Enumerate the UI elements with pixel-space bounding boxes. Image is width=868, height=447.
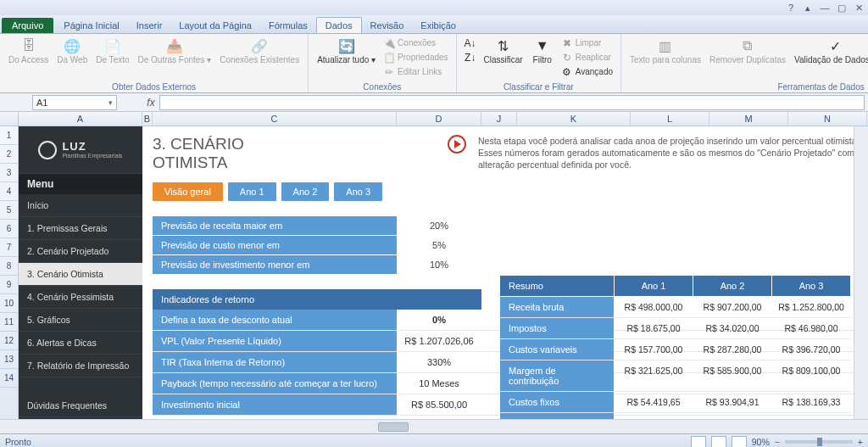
- view-normal-button[interactable]: [691, 436, 706, 447]
- tab-formulas[interactable]: Fórmulas: [260, 18, 316, 33]
- forecast-value[interactable]: 20%: [397, 216, 481, 235]
- row-header[interactable]: 2: [0, 145, 18, 164]
- minimize-icon[interactable]: —: [819, 2, 831, 14]
- name-box[interactable]: A1▾: [32, 95, 117, 110]
- reapply-button[interactable]: ↻Reaplicar: [559, 50, 615, 64]
- tab-data[interactable]: Dados: [316, 17, 362, 33]
- row-header[interactable]: 7: [0, 238, 18, 257]
- row-header[interactable]: 11: [0, 313, 18, 332]
- sidebar-item[interactable]: 3. Cenário Otimista: [19, 263, 142, 286]
- row-header[interactable]: 9: [0, 276, 18, 294]
- col-header[interactable]: D: [397, 112, 481, 126]
- row-header[interactable]: 10: [0, 294, 18, 313]
- indicator-value[interactable]: 330%: [397, 352, 481, 372]
- link-icon: 🔗: [251, 37, 268, 54]
- view-tab[interactable]: Ano 2: [281, 182, 330, 201]
- indicator-value[interactable]: R$ 1.207.026,06: [397, 331, 481, 351]
- row-header[interactable]: 1: [0, 126, 18, 145]
- tab-file[interactable]: Arquivo: [2, 18, 53, 33]
- row-header[interactable]: 13: [0, 350, 18, 369]
- sidebar-item[interactable]: 5. Gráficos: [19, 309, 142, 332]
- refresh-all-button[interactable]: 🔄Atualizar tudo ▾: [314, 36, 379, 66]
- sort-asc-button[interactable]: A↓: [462, 36, 479, 50]
- sort-button[interactable]: ⇅Classificar: [481, 36, 526, 66]
- indicator-value[interactable]: R$ 85.500,00: [397, 394, 481, 415]
- from-other-button[interactable]: 📥De Outras Fontes ▾: [135, 36, 215, 66]
- fx-button[interactable]: fx: [142, 97, 159, 109]
- from-text-button[interactable]: 📄De Texto: [92, 36, 132, 66]
- filter-button[interactable]: ▼Filtro: [528, 36, 557, 66]
- formula-input[interactable]: [159, 95, 865, 110]
- view-tab[interactable]: Ano 3: [334, 182, 382, 201]
- minimize-ribbon-icon[interactable]: ▴: [802, 2, 814, 14]
- vertical-scrollbar[interactable]: [854, 126, 868, 419]
- col-header[interactable]: B: [142, 112, 153, 126]
- play-icon[interactable]: [448, 135, 466, 154]
- data-validation-button[interactable]: ✓Validação de Dados ▾: [791, 36, 868, 66]
- sort-desc-button[interactable]: Z↓: [462, 50, 479, 64]
- horizontal-scrollbar[interactable]: [0, 419, 868, 433]
- chevron-down-icon[interactable]: ▾: [108, 98, 113, 107]
- row-header[interactable]: 14: [0, 369, 18, 388]
- view-tab[interactable]: Visão geral: [153, 182, 223, 201]
- status-ready: Pronto: [5, 437, 31, 447]
- duplicates-icon: ⧉: [739, 37, 756, 54]
- zoom-in-button[interactable]: +: [858, 437, 863, 447]
- sidebar-footer-item[interactable]: Sugestões para Você: [19, 417, 142, 419]
- sidebar-item[interactable]: 6. Alertas e Dicas: [19, 332, 142, 355]
- sheet-content[interactable]: LUZPlanilhas Empresariais Menu Início1. …: [19, 126, 868, 419]
- tab-review[interactable]: Revisão: [362, 18, 413, 33]
- row-header[interactable]: 5: [0, 201, 18, 220]
- page-description: Nesta etapa você poderá analisar cada an…: [478, 135, 868, 170]
- col-header[interactable]: L: [631, 112, 709, 126]
- existing-conn-button[interactable]: 🔗Conexões Existentes: [216, 36, 303, 66]
- tab-view[interactable]: Exibição: [412, 18, 465, 33]
- view-break-button[interactable]: [732, 436, 747, 447]
- view-layout-button[interactable]: [711, 436, 726, 447]
- from-access-button[interactable]: 🗄Do Access: [5, 36, 52, 66]
- summary-table: Resumo Ano 1 Ano 2 Ano 3 Receita brutaR$…: [500, 276, 850, 419]
- edit-links-button[interactable]: ✏Editar Links: [381, 64, 450, 79]
- connections-button[interactable]: 🔌Conexões: [381, 36, 450, 50]
- sidebar-item[interactable]: Início: [19, 194, 142, 217]
- database-icon: 🗄: [20, 37, 37, 54]
- sidebar-footer-item[interactable]: Dúvidas Frequentes: [19, 394, 142, 417]
- window-titlebar: ? ▴ — ▢ ✕: [0, 0, 868, 15]
- tab-layout[interactable]: Layout da Página: [170, 18, 260, 33]
- tab-insert[interactable]: Inserir: [128, 18, 171, 33]
- tab-home[interactable]: Página Inicial: [55, 18, 127, 33]
- zoom-out-button[interactable]: −: [775, 437, 780, 447]
- row-header[interactable]: 12: [0, 332, 18, 350]
- remove-duplicates-button[interactable]: ⧉Remover Duplicatas: [706, 36, 789, 66]
- row-header[interactable]: 3: [0, 164, 18, 182]
- sidebar-item[interactable]: 7. Relatório de Impressão: [19, 355, 142, 377]
- zoom-slider[interactable]: [785, 440, 853, 444]
- from-web-button[interactable]: 🌐Da Web: [53, 36, 91, 66]
- row-header[interactable]: 6: [0, 220, 18, 238]
- sidebar-item[interactable]: 1. Premissas Gerais: [19, 217, 142, 240]
- row-header[interactable]: 4: [0, 182, 18, 201]
- help-icon[interactable]: ?: [785, 2, 797, 14]
- clear-filter-button[interactable]: ✖Limpar: [559, 36, 615, 50]
- col-header[interactable]: A: [19, 112, 142, 126]
- view-tab[interactable]: Ano 1: [228, 182, 276, 201]
- sidebar-item[interactable]: 2. Cenário Projetado: [19, 240, 142, 263]
- col-header[interactable]: N: [788, 112, 867, 126]
- indicator-value[interactable]: 0%: [397, 310, 481, 330]
- forecast-value[interactable]: 5%: [397, 236, 481, 254]
- text-to-columns-button[interactable]: ▥Texto para colunas: [626, 36, 704, 66]
- spreadsheet-grid: ABCDJKLMN 1234567891011121314 LUZPlanilh…: [0, 112, 868, 433]
- col-header[interactable]: J: [481, 112, 517, 126]
- close-icon[interactable]: ✕: [853, 2, 865, 14]
- col-header[interactable]: M: [709, 112, 788, 126]
- col-header[interactable]: C: [153, 112, 397, 126]
- col-header[interactable]: K: [517, 112, 631, 126]
- maximize-icon[interactable]: ▢: [836, 2, 848, 14]
- indicator-value[interactable]: 10 Meses: [397, 373, 481, 394]
- row-header[interactable]: 8: [0, 257, 18, 276]
- advanced-filter-button[interactable]: ⚙Avançado: [559, 64, 615, 79]
- forecast-value[interactable]: 10%: [397, 255, 481, 274]
- sidebar-item[interactable]: 4. Cenário Pessimista: [19, 286, 142, 309]
- scroll-thumb[interactable]: [378, 422, 409, 432]
- properties-button[interactable]: 📋Propriedades: [381, 50, 450, 64]
